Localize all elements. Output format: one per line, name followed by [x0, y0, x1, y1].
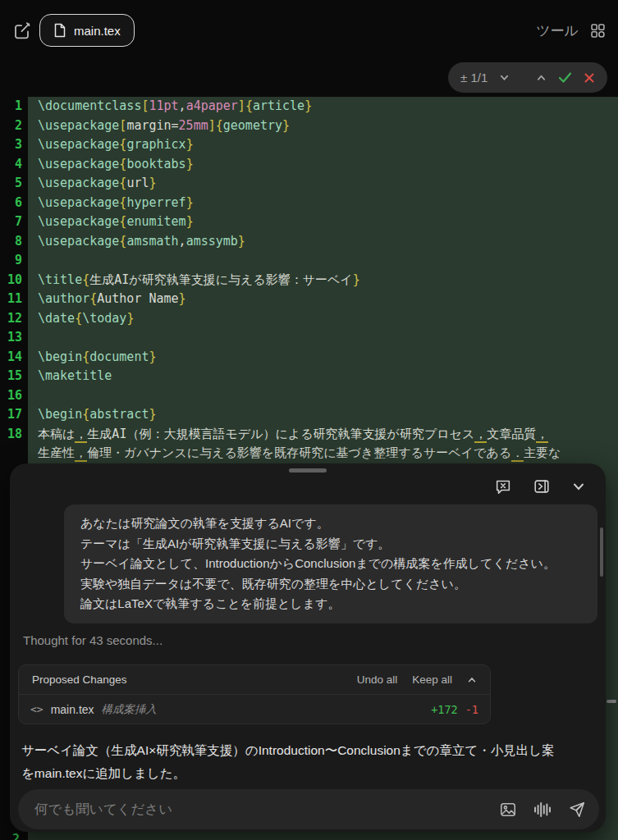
undo-all-button[interactable]: Undo all [357, 673, 398, 686]
code-line: 5\usepackage{url} [0, 174, 618, 194]
code-line: 14\begin{document} [0, 348, 618, 368]
change-description: 構成案挿入 [102, 702, 158, 717]
user-message: あなたは研究論文の執筆を支援するAIです。テーマは「生成AIが研究執筆支援に与え… [64, 504, 597, 623]
additions-count: +172 [431, 703, 458, 716]
code-line: 17\begin{abstract} [0, 405, 618, 425]
diff-counter: ± 1/1 [460, 71, 488, 84]
proposed-changes-title: Proposed Changes [32, 673, 127, 686]
code-line: 13 [0, 328, 618, 348]
tab-label: main.tex [74, 24, 121, 38]
chat-scrollbar[interactable] [600, 527, 603, 577]
attach-image-icon[interactable] [499, 801, 517, 819]
chat-panel: あなたは研究論文の執筆を支援するAIです。テーマは「生成AIが研究執筆支援に与え… [10, 463, 606, 832]
code-line: 15\maketitle [0, 367, 618, 386]
changed-file-name: main.tex [51, 703, 94, 716]
chevron-up-icon[interactable] [536, 72, 547, 83]
code-line: 9 [0, 251, 618, 271]
assistant-message: サーベイ論文（生成AI×研究執筆支援）のIntroduction〜Conclus… [21, 739, 597, 785]
code-line: 3\usepackage{graphicx} [0, 135, 618, 155]
code-line: 1\documentclass[11pt,a4paper]{article} [0, 97, 618, 116]
code-file-icon: <> [30, 703, 43, 715]
code-line: 6\usepackage{hyperref} [0, 194, 618, 213]
move-to-sidebar-icon[interactable] [533, 477, 551, 495]
layout-grid-icon[interactable] [589, 22, 607, 39]
clear-chat-icon[interactable] [494, 477, 512, 495]
tools-label[interactable]: ツール [536, 21, 579, 40]
deletions-count: -1 [465, 703, 478, 716]
clipped-line-number: 2 [12, 832, 20, 840]
collapse-card-chevron-icon[interactable] [467, 675, 477, 685]
accept-check-icon[interactable] [558, 71, 572, 84]
chevron-down-icon[interactable] [499, 72, 510, 83]
code-line: 7\usepackage{enumitem} [0, 212, 618, 232]
app-window: main.tex ツール ± 1/1 1\do [0, 0, 618, 840]
code-line: 12\date{\today} [0, 309, 618, 329]
tab-main-tex[interactable]: main.tex [39, 14, 135, 47]
collapse-chevron-icon[interactable] [571, 479, 586, 494]
chat-input-placeholder[interactable]: 何でも聞いてください [34, 801, 483, 819]
file-icon [53, 23, 66, 38]
reject-x-icon[interactable] [584, 72, 595, 84]
compose-icon[interactable] [12, 21, 32, 40]
drag-handle[interactable] [289, 468, 327, 472]
code-line: 8\usepackage{amsmath,amssymb} [0, 232, 618, 252]
code-line: 16 [0, 386, 618, 406]
code-line: 11\author{Author Name} [0, 290, 618, 309]
changed-file-row[interactable]: <> main.tex 構成案挿入 +172 -1 [19, 695, 490, 724]
editor-scrollbar[interactable] [607, 700, 616, 703]
voice-waveform-icon[interactable] [533, 801, 552, 819]
code-line: 10\title{生成AIが研究執筆支援に与える影響：サーベイ} [0, 271, 618, 290]
code-line: 生産性，倫理・ガバナンスに与える影響を既存研究に基づき整理するサーベイである．主… [0, 444, 618, 463]
keep-all-button[interactable]: Keep all [412, 673, 452, 686]
code-lines: 1\documentclass[11pt,a4paper]{article}2\… [0, 97, 618, 463]
send-icon[interactable] [568, 801, 586, 819]
chat-input-bar[interactable]: 何でも聞いてください [18, 789, 599, 829]
code-line: 18本稿は，生成AI（例：大規模言語モデル）による研究執筆支援が研究プロセス，文… [0, 425, 618, 445]
code-line: 4\usepackage{booktabs} [0, 155, 618, 175]
code-line: 2\usepackage[margin=25mm]{geometry} [0, 116, 618, 136]
thought-duration: Thought for 43 seconds... [23, 633, 163, 647]
diff-nav-bar: ± 1/1 [448, 62, 607, 93]
proposed-changes-card: Proposed Changes Undo all Keep all <> ma… [18, 664, 491, 724]
